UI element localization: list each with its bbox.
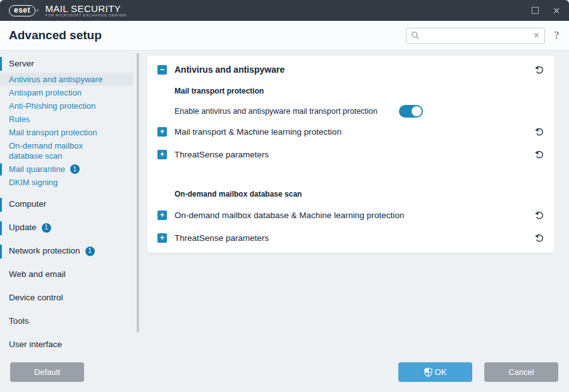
notification-badge: 1 — [85, 247, 95, 256]
sidebar-scrollbar[interactable] — [137, 53, 139, 333]
undo-icon — [534, 126, 544, 137]
modified-marker — [0, 221, 2, 235]
modified-marker — [0, 245, 2, 259]
row-threatsense-parameters-2[interactable]: + ThreatSense parameters — [147, 230, 554, 245]
eset-advanced-setup-window: eset ® MAIL SECURITY FOR MICROSOFT EXCHA… — [0, 0, 569, 392]
sidebar-item-antispam-protection[interactable]: Antispam protection — [0, 86, 142, 99]
modified-marker — [0, 198, 2, 212]
subsection-on-demand-mailbox-database-scan: On-demand mailbox database scan — [147, 190, 554, 199]
sidebar-item-dkim-signing[interactable]: DKIM signing — [0, 176, 142, 189]
search-box: ✕ — [406, 28, 545, 44]
sidebar-item-antivirus-and-antispyware[interactable]: Antivirus and antispyware — [0, 73, 133, 86]
expand-icon[interactable]: + — [157, 127, 167, 137]
search-input[interactable] — [420, 31, 532, 40]
expand-icon[interactable]: + — [157, 150, 167, 159]
page-title: Advanced setup — [9, 28, 102, 42]
enable-protection-toggle[interactable] — [399, 105, 423, 118]
notification-badge: 1 — [42, 223, 51, 233]
expand-icon[interactable]: + — [157, 211, 167, 220]
sidebar-item-network-protection[interactable]: Network protection1 — [0, 240, 142, 263]
sidebar-item-mail-quarantine[interactable]: Mail quarantine1 — [0, 162, 142, 176]
expand-icon[interactable]: + — [157, 233, 167, 243]
undo-icon — [534, 233, 544, 243]
modified-marker — [0, 163, 2, 175]
registered-mark: ® — [36, 9, 39, 13]
row-on-demand-machine-learning[interactable]: + On-demand mailbox database & Machine l… — [147, 207, 554, 223]
revert-button[interactable] — [534, 233, 544, 243]
close-button[interactable]: ✕ — [553, 6, 560, 15]
modified-marker — [0, 57, 2, 71]
titlebar: eset ® MAIL SECURITY FOR MICROSOFT EXCHA… — [0, 0, 569, 21]
ok-button[interactable]: OK — [398, 362, 472, 382]
undo-icon — [534, 210, 544, 220]
eset-logo: eset — [9, 5, 35, 16]
revert-button[interactable] — [534, 64, 544, 75]
product-subtitle: FOR MICROSOFT EXCHANGE SERVER — [45, 14, 126, 18]
sidebar-item-tools[interactable]: Tools — [0, 310, 142, 333]
sidebar-item-rules[interactable]: Rules — [0, 113, 142, 126]
settings-panel: − Antivirus and antispyware Mail transpo… — [142, 51, 569, 354]
revert-button[interactable] — [534, 126, 544, 137]
revert-button[interactable] — [534, 149, 544, 159]
sidebar-item-web-and-email[interactable]: Web and email — [0, 263, 142, 286]
sidebar-item-update[interactable]: Update1 — [0, 216, 142, 240]
maximize-button[interactable] — [532, 7, 539, 14]
header: Advanced setup ✕ ? — [0, 21, 569, 51]
product-name: MAIL SECURITY — [45, 4, 126, 13]
revert-button[interactable] — [534, 210, 544, 220]
sidebar-item-computer[interactable]: Computer — [0, 193, 142, 216]
help-icon[interactable]: ? — [554, 29, 559, 42]
search-clear-icon[interactable]: ✕ — [532, 31, 540, 40]
settings-card: − Antivirus and antispyware Mail transpo… — [147, 56, 554, 253]
section-antivirus-and-antispyware[interactable]: − Antivirus and antispyware — [147, 61, 554, 78]
sidebar-item-on-demand-mailbox-database-scan[interactable]: On-demand mailbox database scan — [0, 139, 142, 162]
sidebar-item-user-interface[interactable]: User interface — [0, 333, 142, 354]
toggle-row-enable-mail-transport-protection: Enable antivirus and antispyware mail tr… — [147, 105, 554, 118]
admin-shield-icon — [424, 367, 432, 377]
undo-icon — [534, 149, 544, 159]
toggle-knob — [412, 106, 422, 116]
sidebar-item-mail-transport-protection[interactable]: Mail transport protection — [0, 126, 142, 139]
row-threatsense-parameters-1[interactable]: + ThreatSense parameters — [147, 147, 554, 162]
sidebar: Server Antivirus and antispyware Antispa… — [0, 51, 142, 354]
collapse-icon[interactable]: − — [157, 65, 167, 75]
sidebar-item-server[interactable]: Server — [0, 54, 142, 73]
subsection-mail-transport-protection: Mail transport protection — [147, 87, 554, 95]
notification-badge: 1 — [70, 164, 80, 174]
undo-icon — [534, 64, 544, 75]
search-icon — [411, 31, 420, 40]
footer: Default OK Cancel — [0, 354, 569, 392]
row-mail-transport-machine-learning[interactable]: + Mail transport & Machine learning prot… — [147, 124, 554, 139]
product-title-block: MAIL SECURITY FOR MICROSOFT EXCHANGE SER… — [45, 4, 126, 18]
cancel-button[interactable]: Cancel — [484, 362, 558, 382]
default-button[interactable]: Default — [10, 362, 84, 382]
sidebar-item-device-control[interactable]: Device control — [0, 286, 142, 310]
sidebar-item-anti-phishing-protection[interactable]: Anti-Phishing protection — [0, 99, 142, 113]
